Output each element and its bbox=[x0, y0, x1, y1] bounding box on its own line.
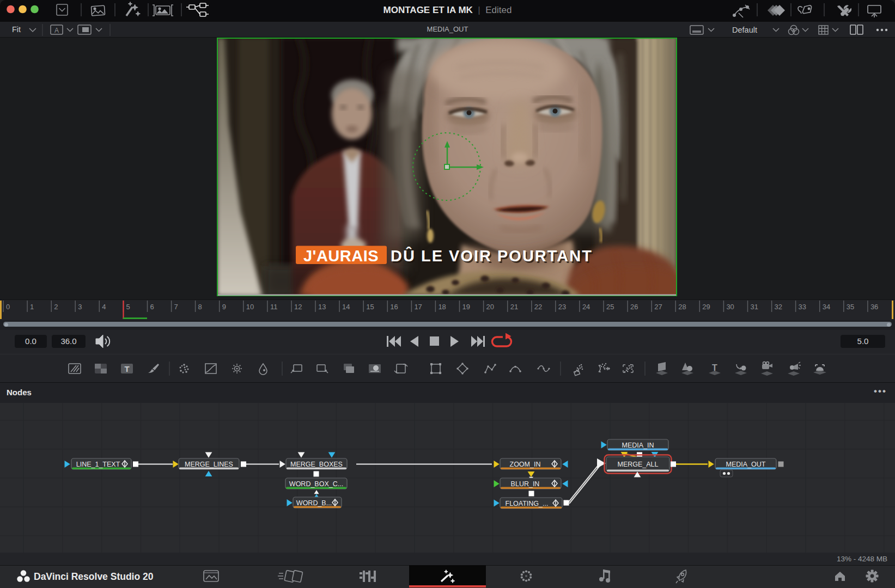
svg-text:BLUR_IN: BLUR_IN bbox=[511, 480, 540, 488]
svg-text:36: 36 bbox=[870, 303, 878, 311]
svg-text:T: T bbox=[124, 364, 129, 373]
svg-text:16: 16 bbox=[390, 303, 398, 311]
svg-text:14: 14 bbox=[342, 303, 350, 311]
svg-text:31: 31 bbox=[751, 303, 758, 311]
svg-text:26: 26 bbox=[630, 303, 638, 311]
svg-text:DaVinci Resolve Studio 20: DaVinci Resolve Studio 20 bbox=[34, 571, 154, 582]
svg-text:30: 30 bbox=[726, 303, 734, 311]
svg-text:10: 10 bbox=[246, 303, 254, 311]
svg-text:17: 17 bbox=[414, 303, 422, 311]
svg-text:A: A bbox=[54, 27, 59, 34]
svg-text:19: 19 bbox=[462, 303, 470, 311]
svg-text:Default: Default bbox=[732, 26, 757, 34]
svg-text:12: 12 bbox=[294, 303, 302, 311]
svg-text:1: 1 bbox=[30, 303, 34, 311]
svg-text:13: 13 bbox=[318, 303, 326, 311]
svg-text:27: 27 bbox=[654, 303, 662, 311]
svg-text:23: 23 bbox=[558, 303, 566, 311]
svg-text:ZOOM_IN: ZOOM_IN bbox=[510, 461, 541, 468]
svg-text:7: 7 bbox=[174, 303, 178, 311]
svg-text:6: 6 bbox=[150, 303, 154, 311]
svg-text:DÛ LE VOIR POURTANT: DÛ LE VOIR POURTANT bbox=[391, 247, 593, 265]
svg-text:5: 5 bbox=[126, 303, 130, 311]
svg-text:15: 15 bbox=[366, 303, 374, 311]
svg-text:MERGE_ALL: MERGE_ALL bbox=[617, 461, 658, 468]
svg-text:28: 28 bbox=[678, 303, 686, 311]
svg-text:35: 35 bbox=[847, 303, 854, 311]
svg-text:3: 3 bbox=[78, 303, 82, 311]
svg-text:21: 21 bbox=[510, 303, 518, 311]
svg-text:29: 29 bbox=[702, 303, 710, 311]
svg-text:WORD_B...: WORD_B... bbox=[296, 499, 332, 507]
svg-text:T: T bbox=[712, 363, 717, 372]
svg-text:25: 25 bbox=[606, 303, 614, 311]
svg-text:33: 33 bbox=[799, 303, 806, 311]
svg-text:J'AURAIS: J'AURAIS bbox=[303, 247, 379, 265]
svg-text:MEDIA_IN: MEDIA_IN bbox=[622, 442, 654, 449]
svg-text:9: 9 bbox=[222, 303, 226, 311]
svg-text:22: 22 bbox=[534, 303, 542, 311]
svg-text:8: 8 bbox=[198, 303, 202, 311]
svg-text:18: 18 bbox=[438, 303, 446, 311]
svg-text:MEDIA_OUT: MEDIA_OUT bbox=[726, 461, 766, 468]
svg-text:20: 20 bbox=[486, 303, 494, 311]
svg-text:32: 32 bbox=[775, 303, 782, 311]
svg-text:11: 11 bbox=[270, 303, 278, 311]
svg-text:LINE_1_TEXT: LINE_1_TEXT bbox=[76, 461, 120, 468]
svg-text:WORD_BOX_C...: WORD_BOX_C... bbox=[289, 480, 343, 488]
svg-text:4: 4 bbox=[102, 303, 106, 311]
svg-text:MERGE_BOXES: MERGE_BOXES bbox=[290, 461, 343, 468]
svg-text:2: 2 bbox=[54, 303, 58, 311]
svg-text:0: 0 bbox=[6, 303, 10, 311]
svg-text:24: 24 bbox=[582, 303, 590, 311]
svg-text:MERGE_LINES: MERGE_LINES bbox=[185, 461, 233, 468]
svg-text:FLOATING_...: FLOATING_... bbox=[506, 500, 549, 507]
svg-text:34: 34 bbox=[823, 303, 830, 311]
